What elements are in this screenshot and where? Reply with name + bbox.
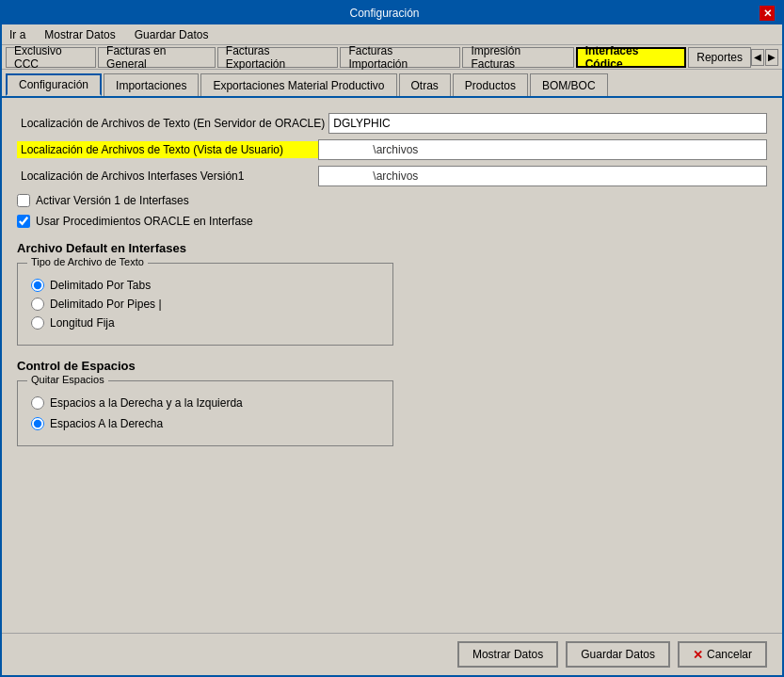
content-area: Localización de Archivos de Texto (En Se… <box>2 98 782 633</box>
subtab-exportaciones[interactable]: Exportaciones Material Productivo <box>200 73 396 96</box>
subtab-otras[interactable]: Otras <box>399 73 451 96</box>
nav-arrows: ◀ ▶ <box>751 49 778 66</box>
label-longitud-fija: Longitud Fija <box>50 316 115 330</box>
subtab-configuracion[interactable]: Configuración <box>6 73 102 96</box>
radio-delimitado-pipes[interactable] <box>31 298 44 311</box>
input-localizacion-version1[interactable] <box>318 166 767 186</box>
section-title-control-espacios: Control de Espacios <box>17 359 767 373</box>
group-title-tipo-archivo: Tipo de Archivo de Texto <box>27 256 148 267</box>
tab-facturas-importacion[interactable]: Facturas Importación <box>340 47 460 68</box>
form-row-1: Localización de Archivos de Texto (En Se… <box>17 113 767 134</box>
tab-impresion-facturas[interactable]: Impresión Facturas <box>462 47 573 68</box>
checkbox-row-oracle: Usar Procedimientos ORACLE en Interfase <box>17 215 767 228</box>
form-row-3: Localización de Archivos Interfases Vers… <box>17 166 767 186</box>
tab-facturas-exportacion[interactable]: Facturas Exportación <box>217 47 339 68</box>
radio-row-espacios-derecha: Espacios A la Derecha <box>31 417 379 430</box>
subtab-bom-boc[interactable]: BOM/BOC <box>530 73 608 96</box>
section-title-archivo-default: Archivo Default en Interfases <box>17 241 767 255</box>
nav-next-arrow[interactable]: ▶ <box>765 49 778 66</box>
cancel-x-icon: ✕ <box>693 648 703 662</box>
radio-delimitado-tabs[interactable] <box>31 279 44 292</box>
menu-bar: Ir a Mostrar Datos Guardar Datos <box>2 24 782 45</box>
radio-espacios-derecha[interactable] <box>31 417 44 430</box>
label-localizacion-usuario: Localización de Archivos de Texto (Vista… <box>17 141 318 158</box>
guardar-datos-button[interactable]: Guardar Datos <box>566 641 670 668</box>
group-tipo-archivo: Tipo de Archivo de Texto Delimitado Por … <box>17 263 393 346</box>
tab-interfaces-codice[interactable]: Interfaces Códice <box>576 47 687 68</box>
radio-row-longitud: Longitud Fija <box>31 316 379 330</box>
label-localizacion-version1: Localización de Archivos Interfases Vers… <box>17 168 318 185</box>
label-espacios-ambos: Espacios a la Derecha y a la Izquierda <box>50 396 243 410</box>
nav-tabs: Exclusivo CCC Facturas en General Factur… <box>6 47 751 68</box>
label-localizacion-servidor: Localización de Archivos de Texto (En Se… <box>17 115 328 132</box>
cancelar-label: Cancelar <box>707 648 752 661</box>
mostrar-datos-button[interactable]: Mostrar Datos <box>457 641 558 668</box>
group-quitar-espacios: Quitar Espacios Espacios a la Derecha y … <box>17 380 393 446</box>
checkbox-activar-version1[interactable] <box>17 194 30 207</box>
menu-mostrar-datos[interactable]: Mostrar Datos <box>40 26 119 43</box>
input-localizacion-usuario[interactable] <box>318 139 767 160</box>
label-activar-version1: Activar Versión 1 de Interfases <box>36 194 189 207</box>
checkbox-usar-oracle[interactable] <box>17 215 30 228</box>
menu-ir-a[interactable]: Ir a <box>6 26 29 43</box>
tab-exclusivo-ccc[interactable]: Exclusivo CCC <box>6 47 96 68</box>
tab-reportes[interactable]: Reportes <box>688 47 751 68</box>
label-usar-oracle: Usar Procedimientos ORACLE en Interfase <box>36 215 253 228</box>
subtab-productos[interactable]: Productos <box>453 73 528 96</box>
subtab-importaciones[interactable]: Importaciones <box>104 73 199 96</box>
label-delimitado-tabs: Delimitado Por Tabs <box>50 279 151 292</box>
radio-row-espacios-ambos: Espacios a la Derecha y a la Izquierda <box>31 396 379 410</box>
group-title-quitar-espacios: Quitar Espacios <box>27 374 108 385</box>
checkbox-row-activar: Activar Versión 1 de Interfases <box>17 194 767 207</box>
cancelar-button[interactable]: ✕ Cancelar <box>678 641 767 668</box>
radio-row-tabs: Delimitado Por Tabs <box>31 279 379 292</box>
close-button[interactable]: ✕ <box>760 6 775 21</box>
label-delimitado-pipes: Delimitado Por Pipes | <box>50 298 162 311</box>
nav-tabs-row: Exclusivo CCC Facturas en General Factur… <box>2 45 782 70</box>
form-row-2: Localización de Archivos de Texto (Vista… <box>17 139 767 160</box>
menu-guardar-datos[interactable]: Guardar Datos <box>131 26 213 43</box>
label-espacios-derecha: Espacios A la Derecha <box>50 417 163 430</box>
title-bar: Configuración ✕ <box>2 2 782 24</box>
input-localizacion-servidor[interactable] <box>328 113 767 134</box>
radio-row-pipes: Delimitado Por Pipes | <box>31 298 379 311</box>
sub-tabs-row: Configuración Importaciones Exportacione… <box>2 70 782 98</box>
window-title: Configuración <box>9 7 760 20</box>
footer: Mostrar Datos Guardar Datos ✕ Cancelar <box>2 633 782 675</box>
radio-espacios-ambos[interactable] <box>31 396 44 410</box>
tab-facturas-general[interactable]: Facturas en General <box>98 47 216 68</box>
radio-longitud-fija[interactable] <box>31 316 44 330</box>
nav-prev-arrow[interactable]: ◀ <box>751 49 764 66</box>
main-window: Configuración ✕ Ir a Mostrar Datos Guard… <box>0 0 784 677</box>
